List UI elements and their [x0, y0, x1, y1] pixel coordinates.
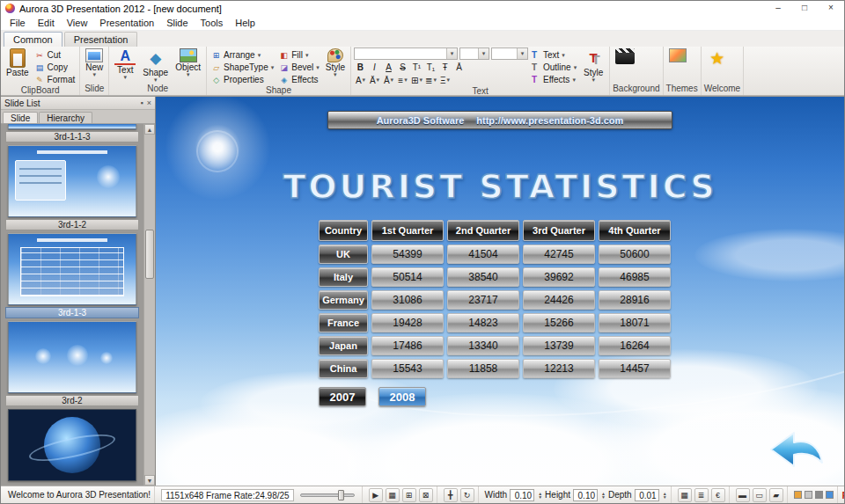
statistics-table[interactable]: Country 1st Quarter 2nd Quarter 3rd Quar…	[319, 220, 671, 378]
shapetype-button[interactable]: ▱ShapeType▾	[209, 62, 276, 73]
table-header[interactable]: Country	[319, 220, 368, 241]
table-cell[interactable]: 46985	[599, 267, 671, 287]
table-cell[interactable]: 24426	[523, 290, 595, 310]
table-cell[interactable]: 19428	[371, 313, 444, 332]
object-node-button[interactable]: Object ▾	[173, 47, 203, 78]
table-country-cell[interactable]: Italy	[319, 267, 368, 287]
italic-button[interactable]: I	[368, 61, 381, 73]
menu-presentation[interactable]: Presentation	[93, 17, 160, 29]
slide-thumbnail-partial[interactable]	[8, 124, 136, 129]
table-cell[interactable]: 41504	[447, 245, 519, 264]
arrange-button[interactable]: ⊞Arrange▾	[209, 49, 276, 61]
bold-button[interactable]: B	[354, 61, 367, 73]
cut-button[interactable]: ✂Cut	[33, 49, 77, 61]
color-swatch[interactable]	[815, 491, 823, 499]
color-swatch[interactable]	[805, 491, 812, 499]
text-node-button[interactable]: A Text ▾	[112, 47, 138, 81]
slide-label[interactable]: 3rd-1-1-3	[5, 131, 139, 142]
height-spinner[interactable]: ▲▼	[601, 492, 606, 499]
font-color-button[interactable]: A▾	[354, 74, 367, 86]
properties-button[interactable]: ◇Properties	[209, 74, 276, 85]
copy-button[interactable]: ▤Copy	[33, 62, 77, 73]
maximize-button[interactable]: □	[791, 1, 818, 16]
table-cell[interactable]: 14457	[599, 359, 671, 378]
table-cell[interactable]: 28916	[599, 290, 671, 310]
table-cell[interactable]: 17486	[371, 336, 444, 355]
menu-file[interactable]: File	[4, 17, 32, 29]
color-swatch[interactable]	[794, 491, 802, 499]
font-style-select[interactable]: ▾	[491, 47, 528, 60]
table-header[interactable]: 1st Quarter	[371, 220, 444, 241]
back-arrow[interactable]	[768, 431, 825, 473]
year-2007-button[interactable]: 2007	[319, 387, 366, 406]
text-height-button[interactable]: Ā	[452, 61, 466, 73]
underline-button[interactable]: A	[382, 61, 395, 73]
text-style-button[interactable]: T Style ▾	[580, 47, 606, 84]
slide-thumbnail[interactable]	[8, 145, 136, 217]
superscript-button[interactable]: T¹	[410, 61, 423, 73]
table-cell[interactable]: 31086	[371, 290, 444, 310]
panel-close-icon[interactable]: ×	[147, 99, 151, 107]
table-cell[interactable]: 11858	[447, 359, 519, 378]
timeline-slider[interactable]	[300, 493, 355, 497]
welcome-button[interactable]: ★	[704, 47, 731, 69]
play-icon[interactable]: ▶	[369, 488, 383, 502]
table-cell[interactable]: 39692	[523, 267, 595, 287]
color-swatch[interactable]	[826, 491, 834, 499]
tab-presentation[interactable]: Presentation	[64, 32, 138, 47]
render-mode-r1[interactable]: R	[842, 490, 844, 500]
grid-icon[interactable]: ▦	[386, 488, 400, 502]
menu-tools[interactable]: Tools	[195, 17, 230, 29]
subscript-button[interactable]: T₁	[424, 61, 437, 73]
table-cell[interactable]: 13739	[523, 336, 595, 355]
height-input[interactable]: 0.10	[573, 489, 598, 501]
align-full-icon[interactable]: ▬	[736, 488, 750, 502]
menu-slide[interactable]: Slide	[160, 17, 194, 29]
table-header[interactable]: 4th Quarter	[599, 220, 671, 241]
width-input[interactable]: 0.10	[510, 489, 534, 501]
format-button[interactable]: ✎Format	[33, 74, 77, 85]
panel-float-icon[interactable]: ▪	[141, 99, 143, 107]
text-table-button[interactable]: ⊞▾	[410, 74, 423, 86]
scroll-up-icon[interactable]: ▲	[144, 124, 155, 135]
select-mode-icon[interactable]: ⊠	[419, 488, 433, 502]
slide-header-banner[interactable]: Aurora3D Software http://www.presentatio…	[327, 111, 672, 129]
shape-style-button[interactable]: Style ▾	[323, 47, 348, 78]
text-effects-button[interactable]: TEffects▾	[530, 74, 578, 85]
bevel-button[interactable]: ◪Bevel▾	[277, 62, 321, 73]
slide-label[interactable]: 3rd-2	[5, 395, 139, 406]
menu-help[interactable]: Help	[229, 17, 261, 29]
background-button[interactable]	[613, 47, 637, 65]
text-direction-button[interactable]: Ŧ	[438, 61, 452, 73]
year-2008-button[interactable]: 2008	[378, 387, 426, 406]
char-spacing-button[interactable]: Ā▾	[382, 74, 395, 86]
slide-title[interactable]: TOURIST STATISTICS	[156, 167, 844, 206]
font-family-select[interactable]: ▾	[354, 47, 458, 60]
scroll-down-icon[interactable]: ▼	[144, 475, 155, 486]
tab-slide[interactable]: Slide	[3, 112, 38, 123]
font-size-select[interactable]: ▾	[459, 47, 489, 60]
table-cell[interactable]: 15543	[371, 359, 444, 378]
table-country-cell[interactable]: UK	[319, 245, 368, 264]
table-cell[interactable]: 12213	[523, 359, 595, 378]
slide-list-scrollbar[interactable]: ▲ ▼	[143, 124, 155, 486]
table-country-cell[interactable]: China	[319, 359, 368, 378]
new-slide-button[interactable]: New ▾	[83, 47, 106, 78]
scrollbar-track[interactable]	[144, 135, 155, 475]
table-cell[interactable]: 23717	[447, 290, 519, 310]
table-cell[interactable]: 14823	[447, 313, 519, 332]
slide-label-selected[interactable]: 3rd-1-3	[5, 307, 139, 318]
table-country-cell[interactable]: Germany	[319, 290, 368, 310]
slide-thumbnail[interactable]	[8, 409, 136, 481]
snap-icon[interactable]: ⊞	[402, 488, 416, 502]
paste-button[interactable]: Paste	[4, 47, 32, 78]
align-button[interactable]: ≡▾	[396, 74, 409, 86]
move-tool-icon[interactable]: ╋	[444, 488, 458, 502]
tab-hierarchy[interactable]: Hierarchy	[39, 112, 92, 123]
list-button[interactable]: Ξ▾	[438, 74, 452, 86]
slide-label[interactable]: 3rd-1-2	[5, 219, 139, 230]
tab-common[interactable]: Common	[4, 32, 62, 47]
table-cell[interactable]: 15266	[523, 313, 595, 332]
width-spinner[interactable]: ▲▼	[538, 492, 542, 499]
fill-button[interactable]: ◧Fill▾	[277, 49, 321, 61]
